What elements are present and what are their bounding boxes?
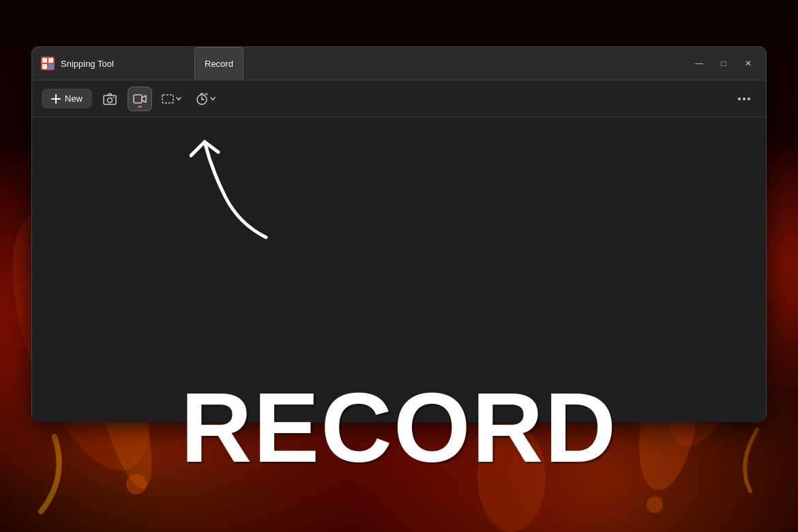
record-button[interactable] — [128, 87, 152, 111]
snipping-tool-window: Snipping Tool Record — □ ✕ New — [31, 46, 767, 422]
app-title: Snipping Tool — [61, 59, 114, 69]
svg-rect-17 — [134, 95, 142, 103]
app-icon — [40, 56, 55, 71]
svg-point-27 — [748, 98, 750, 100]
camera-icon — [103, 93, 117, 105]
close-icon: ✕ — [745, 59, 752, 68]
screenshot-button[interactable] — [98, 87, 122, 111]
maximize-button[interactable]: □ — [714, 57, 733, 70]
svg-point-25 — [738, 98, 741, 100]
timer-button[interactable] — [192, 90, 220, 108]
svg-point-15 — [108, 98, 113, 102]
svg-rect-18 — [162, 95, 173, 103]
svg-rect-9 — [48, 58, 53, 63]
region-dropdown-arrow — [175, 96, 182, 102]
more-button[interactable] — [732, 87, 756, 111]
timer-icon — [196, 93, 208, 105]
plus-icon — [51, 94, 61, 104]
close-button[interactable]: ✕ — [739, 57, 758, 70]
svg-rect-11 — [48, 64, 53, 69]
record-indicator — [138, 106, 142, 108]
record-tooltip-text: Record — [205, 59, 233, 69]
title-bar: Snipping Tool Record — □ ✕ — [32, 47, 766, 80]
timer-dropdown-arrow — [209, 96, 216, 102]
video-icon — [133, 93, 147, 104]
minimize-icon: — — [695, 59, 703, 68]
svg-point-16 — [113, 97, 115, 98]
toolbar: New — [32, 80, 766, 117]
more-icon — [737, 97, 751, 101]
svg-rect-10 — [42, 64, 47, 69]
region-button[interactable] — [158, 91, 186, 107]
content-area — [32, 117, 766, 422]
record-tooltip: Record — [194, 47, 243, 80]
region-icon — [162, 93, 174, 104]
window-controls: — □ ✕ — [690, 47, 758, 80]
maximize-icon: □ — [721, 59, 726, 68]
svg-rect-8 — [42, 58, 47, 63]
svg-point-26 — [743, 98, 745, 100]
minimize-button[interactable]: — — [690, 57, 709, 70]
new-button-label: New — [65, 93, 83, 104]
new-button[interactable]: New — [42, 89, 92, 108]
